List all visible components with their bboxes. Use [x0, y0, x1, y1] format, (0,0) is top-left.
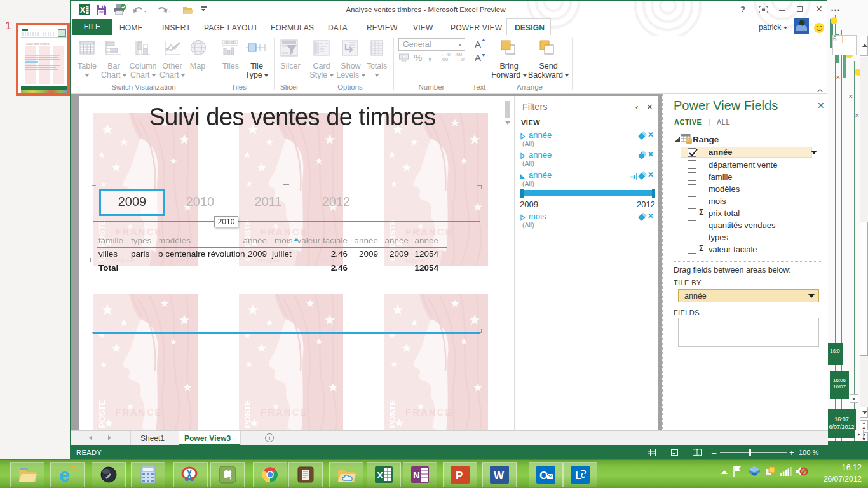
svg-text:P: P: [456, 470, 463, 482]
svg-text:L: L: [575, 470, 581, 482]
svg-text:N: N: [413, 470, 420, 480]
svg-text:X: X: [80, 6, 85, 15]
svg-text:W: W: [494, 470, 505, 482]
svg-text:O: O: [539, 470, 548, 482]
svg-text:X: X: [377, 470, 383, 480]
svg-text:e: e: [59, 466, 70, 484]
